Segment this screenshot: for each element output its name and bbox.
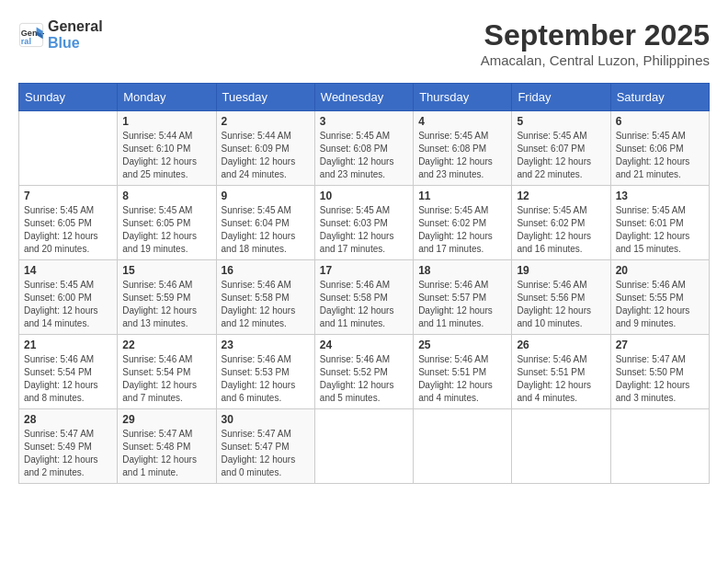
day-detail: Sunrise: 5:47 AM Sunset: 5:48 PM Dayligh…: [122, 428, 210, 479]
day-detail: Sunrise: 5:46 AM Sunset: 5:53 PM Dayligh…: [222, 353, 310, 405]
day-number: 15: [122, 264, 210, 277]
day-detail: Sunrise: 5:45 AM Sunset: 6:06 PM Dayligh…: [616, 130, 704, 181]
day-number: 19: [517, 264, 605, 277]
calendar-cell: [414, 409, 512, 484]
calendar-cell: 1Sunrise: 5:44 AM Sunset: 6:10 PM Daylig…: [118, 111, 216, 186]
calendar-cell: 25Sunrise: 5:46 AM Sunset: 5:51 PM Dayli…: [414, 335, 512, 409]
day-detail: Sunrise: 5:46 AM Sunset: 5:58 PM Dayligh…: [320, 279, 408, 330]
day-detail: Sunrise: 5:47 AM Sunset: 5:50 PM Dayligh…: [616, 353, 704, 405]
day-number: 27: [616, 339, 704, 351]
logo: Gene- ral General Blue: [18, 18, 103, 51]
calendar-cell: [314, 409, 413, 484]
weekday-header-tuesday: Tuesday: [216, 84, 314, 111]
location-subtitle: Amacalan, Central Luzon, Philippines: [481, 52, 710, 68]
weekday-header-saturday: Saturday: [610, 84, 709, 111]
svg-text:ral: ral: [21, 36, 31, 45]
calendar-cell: 19Sunrise: 5:46 AM Sunset: 5:56 PM Dayli…: [512, 260, 610, 335]
day-number: 14: [24, 264, 112, 277]
calendar-cell: 5Sunrise: 5:45 AM Sunset: 6:07 PM Daylig…: [512, 111, 610, 186]
day-number: 26: [517, 339, 605, 351]
calendar-cell: 12Sunrise: 5:45 AM Sunset: 6:02 PM Dayli…: [512, 186, 610, 260]
calendar-cell: 2Sunrise: 5:44 AM Sunset: 6:09 PM Daylig…: [216, 111, 314, 186]
month-title: September 2025: [481, 18, 710, 52]
weekday-header-wednesday: Wednesday: [314, 84, 413, 111]
calendar-cell: 29Sunrise: 5:47 AM Sunset: 5:48 PM Dayli…: [118, 409, 216, 484]
day-detail: Sunrise: 5:46 AM Sunset: 5:54 PM Dayligh…: [24, 353, 112, 405]
day-detail: Sunrise: 5:45 AM Sunset: 6:02 PM Dayligh…: [517, 204, 605, 256]
day-detail: Sunrise: 5:46 AM Sunset: 5:54 PM Dayligh…: [122, 353, 210, 405]
calendar-cell: 27Sunrise: 5:47 AM Sunset: 5:50 PM Dayli…: [610, 335, 709, 409]
weekday-header-monday: Monday: [118, 84, 216, 111]
day-number: 2: [222, 115, 310, 128]
title-area: September 2025 Amacalan, Central Luzon, …: [481, 18, 710, 68]
calendar-week-row: 14Sunrise: 5:45 AM Sunset: 6:00 PM Dayli…: [19, 260, 710, 335]
day-detail: Sunrise: 5:45 AM Sunset: 6:02 PM Dayligh…: [418, 204, 506, 256]
calendar-cell: 10Sunrise: 5:45 AM Sunset: 6:03 PM Dayli…: [314, 186, 413, 260]
day-detail: Sunrise: 5:45 AM Sunset: 6:03 PM Dayligh…: [320, 204, 408, 256]
day-detail: Sunrise: 5:46 AM Sunset: 5:59 PM Dayligh…: [122, 279, 210, 330]
calendar-cell: 15Sunrise: 5:46 AM Sunset: 5:59 PM Dayli…: [118, 260, 216, 335]
day-number: 24: [320, 339, 408, 351]
logo-icon: Gene- ral: [18, 22, 44, 48]
day-detail: Sunrise: 5:46 AM Sunset: 5:52 PM Dayligh…: [320, 353, 408, 405]
day-number: 20: [616, 264, 704, 277]
day-detail: Sunrise: 5:44 AM Sunset: 6:10 PM Dayligh…: [122, 130, 210, 181]
calendar-cell: 4Sunrise: 5:45 AM Sunset: 6:08 PM Daylig…: [414, 111, 512, 186]
calendar-table: SundayMondayTuesdayWednesdayThursdayFrid…: [18, 83, 710, 484]
day-detail: Sunrise: 5:47 AM Sunset: 5:47 PM Dayligh…: [222, 428, 310, 479]
day-number: 28: [24, 413, 112, 426]
calendar-week-row: 28Sunrise: 5:47 AM Sunset: 5:49 PM Dayli…: [19, 409, 710, 484]
calendar-week-row: 1Sunrise: 5:44 AM Sunset: 6:10 PM Daylig…: [19, 111, 710, 186]
day-detail: Sunrise: 5:45 AM Sunset: 6:05 PM Dayligh…: [122, 204, 210, 256]
calendar-cell: 21Sunrise: 5:46 AM Sunset: 5:54 PM Dayli…: [19, 335, 118, 409]
calendar-cell: 26Sunrise: 5:46 AM Sunset: 5:51 PM Dayli…: [512, 335, 610, 409]
calendar-cell: 14Sunrise: 5:45 AM Sunset: 6:00 PM Dayli…: [19, 260, 118, 335]
page-header: Gene- ral General Blue September 2025 Am…: [18, 18, 710, 68]
calendar-cell: 22Sunrise: 5:46 AM Sunset: 5:54 PM Dayli…: [118, 335, 216, 409]
day-number: 11: [418, 190, 506, 202]
logo-text: General Blue: [48, 18, 103, 51]
day-number: 10: [320, 190, 408, 202]
calendar-cell: [512, 409, 610, 484]
day-number: 1: [122, 115, 210, 128]
day-number: 3: [320, 115, 408, 128]
day-number: 5: [517, 115, 605, 128]
day-detail: Sunrise: 5:46 AM Sunset: 5:51 PM Dayligh…: [517, 353, 605, 405]
calendar-cell: 24Sunrise: 5:46 AM Sunset: 5:52 PM Dayli…: [314, 335, 413, 409]
calendar-cell: 20Sunrise: 5:46 AM Sunset: 5:55 PM Dayli…: [610, 260, 709, 335]
calendar-cell: 18Sunrise: 5:46 AM Sunset: 5:57 PM Dayli…: [414, 260, 512, 335]
day-number: 21: [24, 339, 112, 351]
calendar-cell: 17Sunrise: 5:46 AM Sunset: 5:58 PM Dayli…: [314, 260, 413, 335]
calendar-cell: 6Sunrise: 5:45 AM Sunset: 6:06 PM Daylig…: [610, 111, 709, 186]
weekday-header-sunday: Sunday: [19, 84, 118, 111]
weekday-header-row: SundayMondayTuesdayWednesdayThursdayFrid…: [19, 84, 710, 111]
calendar-cell: 8Sunrise: 5:45 AM Sunset: 6:05 PM Daylig…: [118, 186, 216, 260]
day-number: 6: [616, 115, 704, 128]
day-number: 29: [122, 413, 210, 426]
day-detail: Sunrise: 5:46 AM Sunset: 5:57 PM Dayligh…: [418, 279, 506, 330]
calendar-cell: [19, 111, 118, 186]
day-detail: Sunrise: 5:46 AM Sunset: 5:55 PM Dayligh…: [616, 279, 704, 330]
day-detail: Sunrise: 5:46 AM Sunset: 5:56 PM Dayligh…: [517, 279, 605, 330]
day-number: 4: [418, 115, 506, 128]
calendar-cell: 23Sunrise: 5:46 AM Sunset: 5:53 PM Dayli…: [216, 335, 314, 409]
day-number: 25: [418, 339, 506, 351]
day-number: 13: [616, 190, 704, 202]
calendar-week-row: 21Sunrise: 5:46 AM Sunset: 5:54 PM Dayli…: [19, 335, 710, 409]
calendar-cell: 3Sunrise: 5:45 AM Sunset: 6:08 PM Daylig…: [314, 111, 413, 186]
calendar-week-row: 7Sunrise: 5:45 AM Sunset: 6:05 PM Daylig…: [19, 186, 710, 260]
day-detail: Sunrise: 5:45 AM Sunset: 6:00 PM Dayligh…: [24, 279, 112, 330]
calendar-cell: [610, 409, 709, 484]
day-number: 30: [222, 413, 310, 426]
calendar-cell: 11Sunrise: 5:45 AM Sunset: 6:02 PM Dayli…: [414, 186, 512, 260]
day-number: 8: [122, 190, 210, 202]
day-detail: Sunrise: 5:45 AM Sunset: 6:04 PM Dayligh…: [222, 204, 310, 256]
day-number: 22: [122, 339, 210, 351]
calendar-cell: 13Sunrise: 5:45 AM Sunset: 6:01 PM Dayli…: [610, 186, 709, 260]
day-number: 23: [222, 339, 310, 351]
day-detail: Sunrise: 5:45 AM Sunset: 6:08 PM Dayligh…: [418, 130, 506, 181]
day-number: 16: [222, 264, 310, 277]
weekday-header-thursday: Thursday: [414, 84, 512, 111]
calendar-cell: 30Sunrise: 5:47 AM Sunset: 5:47 PM Dayli…: [216, 409, 314, 484]
calendar-cell: 16Sunrise: 5:46 AM Sunset: 5:58 PM Dayli…: [216, 260, 314, 335]
